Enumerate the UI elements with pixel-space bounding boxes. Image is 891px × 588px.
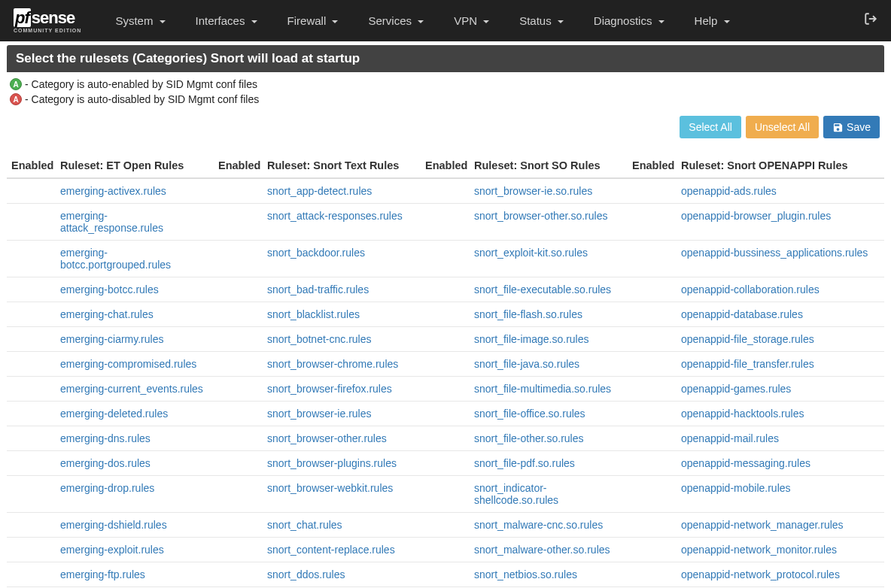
rule-link[interactable]: snort_file-image.so.rules bbox=[474, 333, 589, 345]
rule-link[interactable]: openappid-network_protocol.rules bbox=[681, 568, 840, 580]
panel-title: Select the rulesets (Categories) Snort w… bbox=[7, 45, 884, 72]
rule-link[interactable]: emerging-dshield.rules bbox=[60, 519, 167, 531]
rule-link[interactable]: snort_browser-webkit.rules bbox=[267, 482, 393, 494]
rule-link[interactable]: emerging-ciarmy.rules bbox=[60, 333, 163, 345]
rule-link[interactable]: snort_file-office.so.rules bbox=[474, 408, 585, 420]
table-row: emerging-chat.rulessnort_blacklist.rules… bbox=[7, 302, 884, 327]
rule-link[interactable]: snort_attack-responses.rules bbox=[267, 210, 403, 222]
rule-link[interactable]: snort_malware-other.so.rules bbox=[474, 544, 610, 556]
rule-link[interactable]: snort_browser-other.so.rules bbox=[474, 210, 607, 222]
legend: A - Category is auto-enabled by SID Mgmt… bbox=[7, 72, 884, 111]
rule-link[interactable]: snort_content-replace.rules bbox=[267, 544, 395, 556]
logout-icon[interactable] bbox=[864, 12, 877, 29]
rule-link[interactable]: snort_malware-cnc.so.rules bbox=[474, 519, 603, 531]
rule-link[interactable]: emerging-attack_response.rules bbox=[60, 210, 163, 234]
caret-icon bbox=[558, 20, 564, 23]
auto-disable-badge-icon: A bbox=[10, 93, 22, 105]
rule-link[interactable]: snort_browser-other.rules bbox=[267, 432, 387, 444]
rule-link[interactable]: snort_browser-ie.rules bbox=[267, 408, 372, 420]
legend-disabled-text: - Category is auto-disabled by SID Mgmt … bbox=[25, 93, 259, 105]
th-enabled-2: Enabled bbox=[214, 153, 263, 178]
rule-link[interactable]: emerging-chat.rules bbox=[60, 308, 154, 320]
table-row: emerging-deleted.rulessnort_browser-ie.r… bbox=[7, 402, 884, 426]
rule-link[interactable]: snort_exploit-kit.so.rules bbox=[474, 247, 588, 259]
rule-link[interactable]: snort_backdoor.rules bbox=[267, 247, 365, 259]
auto-enable-badge-icon: A bbox=[10, 78, 22, 90]
select-all-button[interactable]: Select All bbox=[680, 116, 741, 138]
rule-link[interactable]: openappid-games.rules bbox=[681, 383, 791, 395]
table-row: emerging-exploit.rulessnort_content-repl… bbox=[7, 538, 884, 562]
rule-link[interactable]: openappid-database.rules bbox=[681, 308, 803, 320]
rule-link[interactable]: openappid-hacktools.rules bbox=[681, 408, 804, 420]
rule-link[interactable]: snort_file-other.so.rules bbox=[474, 432, 584, 444]
rule-link[interactable]: snort_ddos.rules bbox=[267, 568, 345, 580]
rule-link[interactable]: snort_netbios.so.rules bbox=[474, 568, 577, 580]
rule-link[interactable]: openappid-browser_plugin.rules bbox=[681, 210, 831, 222]
rule-link[interactable]: emerging-ftp.rules bbox=[60, 568, 145, 580]
caret-icon bbox=[483, 20, 489, 23]
rule-link[interactable]: snort_browser-plugins.rules bbox=[267, 457, 397, 469]
caret-icon bbox=[724, 20, 730, 23]
table-row: emerging-botcc.portgrouped.rulessnort_ba… bbox=[7, 241, 884, 277]
rule-link[interactable]: snort_file-executable.so.rules bbox=[474, 283, 611, 296]
rule-link[interactable]: snort_file-multimedia.so.rules bbox=[474, 383, 611, 395]
rule-link[interactable]: snort_indicator-shellcode.so.rules bbox=[474, 482, 558, 506]
rule-link[interactable]: snort_browser-firefox.rules bbox=[267, 383, 392, 395]
table-row: emerging-current_events.rulessnort_brows… bbox=[7, 377, 884, 402]
nav-item-firewall[interactable]: Firewall bbox=[272, 8, 354, 33]
rule-link[interactable]: emerging-activex.rules bbox=[60, 185, 166, 197]
nav-item-status[interactable]: Status bbox=[504, 8, 579, 33]
rule-link[interactable]: openappid-network_manager.rules bbox=[681, 519, 844, 531]
save-button[interactable]: Save bbox=[823, 116, 880, 138]
save-icon bbox=[832, 122, 844, 133]
rule-link[interactable]: openappid-file_storage.rules bbox=[681, 333, 814, 345]
rule-link[interactable]: emerging-drop.rules bbox=[60, 482, 154, 494]
rule-link[interactable]: snort_file-flash.so.rules bbox=[474, 308, 582, 320]
rule-link[interactable]: snort_botnet-cnc.rules bbox=[267, 333, 372, 345]
rule-link[interactable]: openappid-bussiness_applications.rules bbox=[681, 247, 868, 259]
rule-link[interactable]: emerging-dos.rules bbox=[60, 457, 151, 469]
rule-link[interactable]: snort_file-pdf.so.rules bbox=[474, 457, 575, 469]
th-ruleset-et: Ruleset: ET Open Rules bbox=[56, 153, 214, 178]
rule-link[interactable]: snort_app-detect.rules bbox=[267, 185, 372, 197]
rulesets-table: Enabled Ruleset: ET Open Rules Enabled R… bbox=[7, 153, 884, 587]
rule-link[interactable]: snort_blacklist.rules bbox=[267, 308, 360, 320]
table-row: emerging-compromised.rulessnort_browser-… bbox=[7, 352, 884, 377]
th-enabled-3: Enabled bbox=[421, 153, 470, 178]
top-navbar: pfsense COMMUNITY EDITION System Interfa… bbox=[0, 0, 891, 41]
th-enabled-1: Enabled bbox=[7, 153, 56, 178]
rule-link[interactable]: snort_browser-ie.so.rules bbox=[474, 185, 592, 197]
nav-item-system[interactable]: System bbox=[100, 8, 180, 33]
rule-link[interactable]: emerging-botcc.portgrouped.rules bbox=[60, 247, 171, 271]
rule-link[interactable]: openappid-mobile.rules bbox=[681, 482, 791, 494]
rule-link[interactable]: snort_file-java.so.rules bbox=[474, 358, 579, 370]
caret-icon bbox=[658, 20, 664, 23]
rule-link[interactable]: openappid-ads.rules bbox=[681, 185, 777, 197]
logo[interactable]: pfsense COMMUNITY EDITION bbox=[14, 8, 81, 33]
rule-link[interactable]: openappid-messaging.rules bbox=[681, 457, 810, 469]
logo-main: pfsense bbox=[14, 8, 81, 28]
rule-link[interactable]: snort_bad-traffic.rules bbox=[267, 283, 369, 296]
nav-item-interfaces[interactable]: Interfaces bbox=[181, 8, 272, 33]
rule-link[interactable]: openappid-mail.rules bbox=[681, 432, 779, 444]
rule-link[interactable]: emerging-dns.rules bbox=[60, 432, 151, 444]
rule-link[interactable]: emerging-botcc.rules bbox=[60, 283, 159, 296]
table-row: emerging-dos.rulessnort_browser-plugins.… bbox=[7, 451, 884, 476]
nav-item-help[interactable]: Help bbox=[680, 8, 745, 33]
nav-item-services[interactable]: Services bbox=[353, 8, 439, 33]
rule-link[interactable]: snort_browser-chrome.rules bbox=[267, 358, 398, 370]
th-ruleset-text: Ruleset: Snort Text Rules bbox=[263, 153, 421, 178]
caret-icon bbox=[418, 20, 424, 23]
nav-item-diagnostics[interactable]: Diagnostics bbox=[579, 8, 680, 33]
rule-link[interactable]: snort_chat.rules bbox=[267, 519, 342, 531]
rule-link[interactable]: emerging-compromised.rules bbox=[60, 358, 196, 370]
unselect-all-button[interactable]: Unselect All bbox=[746, 116, 819, 138]
rule-link[interactable]: openappid-collaboration.rules bbox=[681, 283, 820, 296]
rule-link[interactable]: emerging-exploit.rules bbox=[60, 544, 164, 556]
rule-link[interactable]: openappid-network_monitor.rules bbox=[681, 544, 837, 556]
legend-enabled-text: - Category is auto-enabled by SID Mgmt c… bbox=[25, 78, 257, 90]
nav-item-vpn[interactable]: VPN bbox=[439, 8, 504, 33]
rule-link[interactable]: emerging-deleted.rules bbox=[60, 408, 168, 420]
rule-link[interactable]: openappid-file_transfer.rules bbox=[681, 358, 814, 370]
rule-link[interactable]: emerging-current_events.rules bbox=[60, 383, 203, 395]
